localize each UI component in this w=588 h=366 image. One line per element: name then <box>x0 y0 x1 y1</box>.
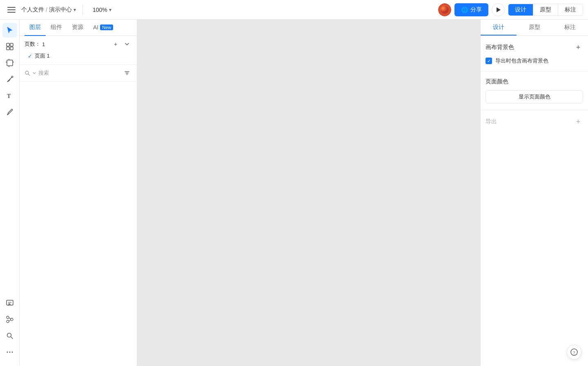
pages-header: 页数： 1 + <box>24 39 132 49</box>
export-header: 导出 + <box>486 117 583 127</box>
search-icon-wrap <box>24 70 37 76</box>
tab-components[interactable]: 组件 <box>46 20 67 36</box>
svg-rect-0 <box>7 7 16 8</box>
collapse-pages-button[interactable] <box>122 39 132 49</box>
panel-content <box>20 82 137 366</box>
frame-tool-button[interactable] <box>2 56 17 70</box>
tab-prototype[interactable]: 原型 <box>533 4 558 16</box>
add-canvas-bg-button[interactable]: + <box>573 42 583 52</box>
left-panel: 图层 组件 资源 AI New 页数： 1 + <box>20 20 137 366</box>
right-panel: 设计 原型 标注 画布背景色 + 导出时包含画布背景色 页面颜色 显示页面颜色 <box>480 20 588 366</box>
search-filter-button[interactable] <box>122 68 132 78</box>
tab-mark[interactable]: 标注 <box>558 4 583 16</box>
svg-rect-9 <box>7 60 13 66</box>
text-tool-button[interactable]: T <box>2 88 17 103</box>
zoom-chevron-icon: ▾ <box>109 7 111 13</box>
right-tab-prototype[interactable]: 原型 <box>517 20 552 36</box>
tab-assets[interactable]: 资源 <box>67 20 88 36</box>
breadcrumb-current: 演示中心 ▾ <box>49 6 76 13</box>
svg-line-25 <box>11 337 13 339</box>
select-tool-button[interactable] <box>2 23 17 38</box>
help-button[interactable]: ? <box>567 345 581 359</box>
search-box[interactable]: 搜索 <box>24 69 120 77</box>
chevron-down-icon: ▾ <box>74 7 76 13</box>
svg-point-26 <box>7 352 8 353</box>
svg-point-21 <box>7 320 9 323</box>
svg-rect-1 <box>7 9 16 10</box>
page-item[interactable]: ✓ 页面 1 <box>24 51 132 61</box>
panel-tabs: 图层 组件 资源 AI New <box>20 20 137 36</box>
svg-text:T: T <box>7 93 11 99</box>
share-button[interactable]: 🌐 分享 <box>454 3 488 16</box>
right-panel-content: 画布背景色 + 导出时包含画布背景色 页面颜色 显示页面颜色 导出 + <box>481 36 588 366</box>
export-section: 导出 + <box>486 117 583 127</box>
zoom-control[interactable]: 100% ▾ <box>89 5 115 15</box>
globe-icon: 🌐 <box>461 7 468 13</box>
grid-tool-button[interactable] <box>2 39 17 54</box>
svg-point-20 <box>11 318 13 321</box>
show-page-color-button[interactable]: 显示页面颜色 <box>486 90 583 103</box>
svg-rect-5 <box>7 43 9 46</box>
right-panel-tabs: 设计 原型 标注 <box>481 20 588 36</box>
section-divider-1 <box>481 71 588 71</box>
svg-rect-2 <box>7 12 16 13</box>
brush-tool-button[interactable] <box>2 105 17 119</box>
svg-point-27 <box>9 352 10 353</box>
ai-new-badge: New <box>100 25 113 30</box>
avatar-inner <box>438 3 451 16</box>
right-tab-mark[interactable]: 标注 <box>552 20 588 36</box>
topbar: 个人文件 / 演示中心 ▾ 100% ▾ <box>0 0 588 20</box>
svg-line-22 <box>9 318 11 319</box>
topbar-divider <box>82 5 83 15</box>
pen-tool-button[interactable] <box>2 72 17 87</box>
add-page-button[interactable]: + <box>111 39 120 49</box>
page-item-label: 页面 1 <box>35 52 50 60</box>
right-tab-design[interactable]: 设计 <box>481 20 517 36</box>
canvas-bg-title: 画布背景色 <box>486 44 514 51</box>
page-check-icon: ✓ <box>28 53 32 59</box>
search-section: 搜索 <box>20 65 137 82</box>
connect-tool-button[interactable] <box>2 312 17 327</box>
tab-design[interactable]: 设计 <box>508 4 533 16</box>
svg-point-24 <box>7 333 11 337</box>
svg-marker-4 <box>497 7 501 12</box>
svg-line-23 <box>9 320 11 321</box>
breadcrumb-separator: / <box>46 7 47 13</box>
topbar-right: 🌐 分享 设计 原型 标注 <box>296 3 583 16</box>
pages-count: 1 <box>42 41 45 47</box>
canvas-area[interactable] <box>137 20 480 366</box>
page-color-title: 页面颜色 <box>486 78 583 85</box>
search-placeholder: 搜索 <box>38 69 49 77</box>
comment-tool-button[interactable] <box>2 296 17 310</box>
more-options-button[interactable] <box>2 345 17 359</box>
svg-rect-6 <box>10 43 13 46</box>
tab-ai[interactable]: AI New <box>88 20 118 36</box>
export-canvas-bg-checkbox[interactable] <box>486 58 492 64</box>
svg-rect-8 <box>10 47 13 50</box>
search-tool-button[interactable] <box>2 328 17 343</box>
add-export-button[interactable]: + <box>573 117 583 127</box>
breadcrumb-home: 个人文件 <box>21 6 44 13</box>
topbar-left: 个人文件 / 演示中心 ▾ 100% ▾ <box>5 3 292 16</box>
pages-actions: + <box>111 39 132 49</box>
mode-tab-group: 设计 原型 标注 <box>508 4 583 16</box>
svg-rect-7 <box>7 47 9 50</box>
zoom-level: 100% <box>93 7 107 13</box>
export-canvas-bg-row: 导出时包含画布背景色 <box>486 57 583 65</box>
svg-line-30 <box>29 74 30 76</box>
tab-layers[interactable]: 图层 <box>24 20 46 36</box>
page-color-section: 页面颜色 显示页面颜色 <box>486 78 583 103</box>
svg-point-29 <box>25 71 29 74</box>
play-button[interactable] <box>492 3 505 16</box>
export-title: 导出 <box>486 118 497 125</box>
avatar[interactable] <box>438 3 451 16</box>
main-layout: T <box>0 20 588 366</box>
svg-text:?: ? <box>573 350 575 355</box>
pages-section: 页数： 1 + ✓ 页面 1 <box>20 36 137 65</box>
menu-icon[interactable] <box>5 3 18 16</box>
left-toolbar: T <box>0 20 20 366</box>
section-divider-2 <box>481 110 588 110</box>
export-canvas-bg-label: 导出时包含画布背景色 <box>495 57 548 65</box>
svg-point-19 <box>7 316 9 319</box>
breadcrumb[interactable]: 个人文件 / 演示中心 ▾ <box>21 6 76 13</box>
